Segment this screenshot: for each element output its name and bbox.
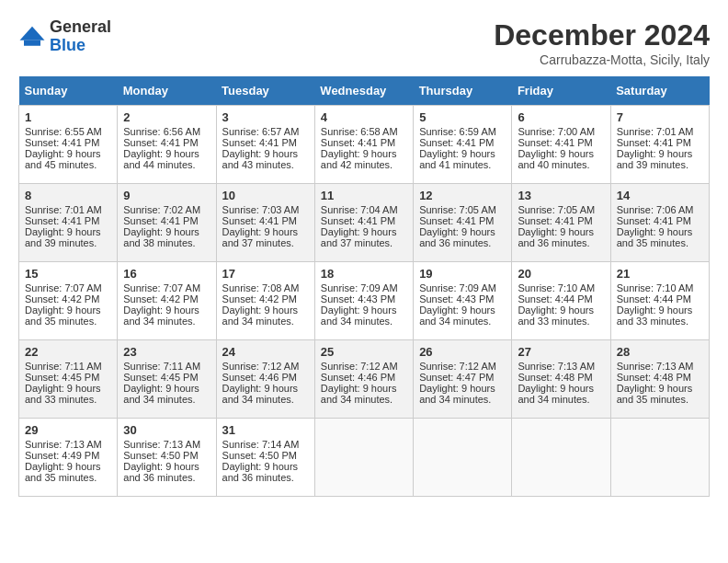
sunset-text: Sunset: 4:41 PM [617,137,691,148]
month-title: December 2024 [494,18,710,52]
daylight-text: Daylight: 9 hours and 33 minutes. [617,304,693,327]
col-header-monday: Monday [118,76,216,106]
sunset-text: Sunset: 4:49 PM [25,450,99,461]
sunset-text: Sunset: 4:41 PM [222,215,297,226]
sunset-text: Sunset: 4:44 PM [518,293,592,304]
calendar-cell: 21Sunrise: 7:10 AMSunset: 4:44 PMDayligh… [610,262,709,340]
day-number: 21 [617,267,703,281]
day-number: 14 [617,189,703,202]
sunset-text: Sunset: 4:41 PM [321,137,395,148]
sunrise-text: Sunrise: 7:04 AM [321,204,398,215]
day-number: 5 [419,110,506,124]
sunrise-text: Sunrise: 7:01 AM [617,126,694,137]
sunrise-text: Sunrise: 7:01 AM [25,204,102,215]
day-number: 24 [222,345,309,359]
sunrise-text: Sunrise: 7:03 AM [222,204,300,215]
day-number: 10 [222,189,309,202]
sunrise-text: Sunrise: 6:58 AM [321,126,398,137]
calendar-cell: 17Sunrise: 7:08 AMSunset: 4:42 PMDayligh… [216,262,314,340]
daylight-text: Daylight: 9 hours and 35 minutes. [25,304,101,327]
sunrise-text: Sunrise: 6:57 AM [222,126,300,137]
day-number: 19 [419,267,506,281]
sunrise-text: Sunrise: 7:07 AM [25,282,102,293]
day-number: 6 [518,110,604,124]
day-number: 2 [123,110,210,124]
sunset-text: Sunset: 4:41 PM [123,215,198,226]
calendar-cell: 10Sunrise: 7:03 AMSunset: 4:41 PMDayligh… [216,184,314,262]
day-number: 28 [617,345,703,359]
day-number: 31 [222,423,309,437]
daylight-text: Daylight: 9 hours and 34 minutes. [419,383,495,405]
daylight-text: Daylight: 9 hours and 37 minutes. [222,226,299,248]
calendar-cell: 16Sunrise: 7:07 AMSunset: 4:42 PMDayligh… [118,262,216,340]
sunset-text: Sunset: 4:47 PM [419,372,494,383]
day-number: 4 [321,110,407,124]
title-area: December 2024 Carrubazza-Motta, Sicily, … [494,18,710,67]
daylight-text: Daylight: 9 hours and 45 minutes. [25,148,101,170]
daylight-text: Daylight: 9 hours and 41 minutes. [419,148,495,170]
sunset-text: Sunset: 4:42 PM [123,293,198,304]
day-number: 26 [419,345,506,359]
calendar-cell: 20Sunrise: 7:10 AMSunset: 4:44 PMDayligh… [512,262,610,340]
sunset-text: Sunset: 4:45 PM [123,372,198,383]
sunset-text: Sunset: 4:43 PM [321,293,395,304]
day-number: 8 [25,189,111,202]
sunset-text: Sunset: 4:46 PM [321,372,395,383]
sunset-text: Sunset: 4:41 PM [518,215,592,226]
daylight-text: Daylight: 9 hours and 36 minutes. [222,461,299,483]
calendar-cell: 5Sunrise: 6:59 AMSunset: 4:41 PMDaylight… [414,106,512,184]
sunset-text: Sunset: 4:41 PM [321,215,395,226]
calendar-week-row: 1Sunrise: 6:55 AMSunset: 4:41 PMDaylight… [19,106,710,184]
calendar-cell: 19Sunrise: 7:09 AMSunset: 4:43 PMDayligh… [414,262,512,340]
sunrise-text: Sunrise: 7:13 AM [617,361,694,372]
sunrise-text: Sunrise: 6:56 AM [123,126,200,137]
sunset-text: Sunset: 4:50 PM [222,450,297,461]
logo: General Blue [18,18,111,55]
day-number: 3 [222,110,309,124]
logo-text: General Blue [50,18,111,55]
sunset-text: Sunset: 4:41 PM [419,215,494,226]
daylight-text: Daylight: 9 hours and 33 minutes. [25,383,101,405]
daylight-text: Daylight: 9 hours and 43 minutes. [222,148,299,170]
sunrise-text: Sunrise: 7:10 AM [518,282,595,293]
col-header-sunday: Sunday [19,76,118,106]
calendar-cell: 30Sunrise: 7:13 AMSunset: 4:50 PMDayligh… [118,419,216,497]
sunset-text: Sunset: 4:41 PM [123,137,198,148]
day-number: 11 [321,189,407,202]
day-number: 16 [123,267,210,281]
sunrise-text: Sunrise: 7:12 AM [321,361,398,372]
sunset-text: Sunset: 4:41 PM [617,215,691,226]
calendar-cell: 2Sunrise: 6:56 AMSunset: 4:41 PMDaylight… [118,106,216,184]
calendar-cell: 4Sunrise: 6:58 AMSunset: 4:41 PMDaylight… [314,106,413,184]
calendar-week-row: 29Sunrise: 7:13 AMSunset: 4:49 PMDayligh… [19,419,710,497]
daylight-text: Daylight: 9 hours and 34 minutes. [321,304,397,327]
sunset-text: Sunset: 4:41 PM [25,215,99,226]
calendar-cell: 23Sunrise: 7:11 AMSunset: 4:45 PMDayligh… [118,340,216,419]
calendar-week-row: 15Sunrise: 7:07 AMSunset: 4:42 PMDayligh… [19,262,710,340]
sunrise-text: Sunrise: 7:09 AM [321,282,398,293]
day-number: 18 [321,267,407,281]
sunrise-text: Sunrise: 7:13 AM [25,439,102,450]
calendar-cell: 11Sunrise: 7:04 AMSunset: 4:41 PMDayligh… [314,184,413,262]
sunrise-text: Sunrise: 7:05 AM [518,204,595,215]
day-number: 17 [222,267,309,281]
svg-rect-1 [24,40,40,46]
sunrise-text: Sunrise: 7:10 AM [617,282,694,293]
sunrise-text: Sunrise: 7:08 AM [222,282,300,293]
col-header-wednesday: Wednesday [314,76,413,106]
calendar-cell: 7Sunrise: 7:01 AMSunset: 4:41 PMDaylight… [610,106,709,184]
daylight-text: Daylight: 9 hours and 35 minutes. [25,461,101,483]
col-header-friday: Friday [512,76,610,106]
day-number: 20 [518,267,604,281]
calendar-cell [610,419,709,497]
sunset-text: Sunset: 4:48 PM [518,372,592,383]
daylight-text: Daylight: 9 hours and 39 minutes. [617,148,693,170]
daylight-text: Daylight: 9 hours and 34 minutes. [123,383,199,405]
calendar-cell: 26Sunrise: 7:12 AMSunset: 4:47 PMDayligh… [414,340,512,419]
calendar-cell: 24Sunrise: 7:12 AMSunset: 4:46 PMDayligh… [216,340,314,419]
daylight-text: Daylight: 9 hours and 34 minutes. [419,304,495,327]
day-number: 25 [321,345,407,359]
daylight-text: Daylight: 9 hours and 35 minutes. [617,226,693,248]
sunrise-text: Sunrise: 7:14 AM [222,439,300,450]
daylight-text: Daylight: 9 hours and 36 minutes. [419,226,495,248]
